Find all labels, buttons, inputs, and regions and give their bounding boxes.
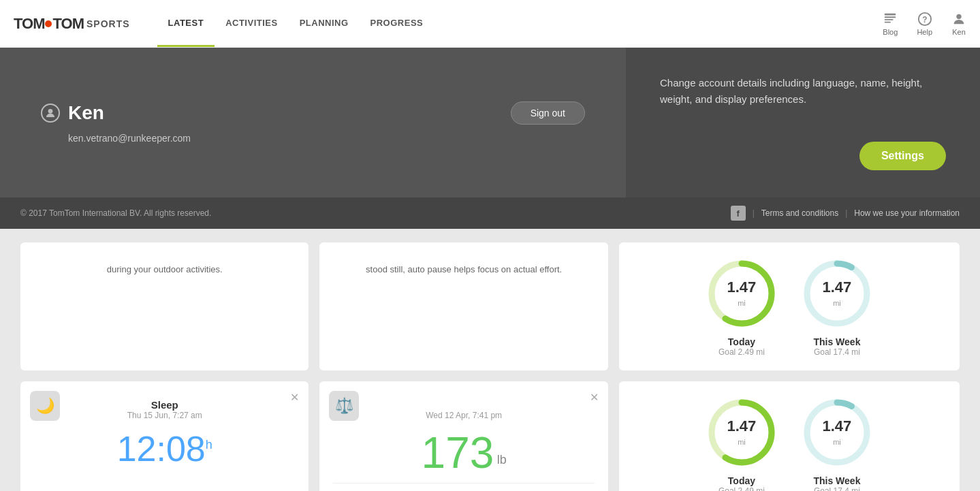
sleep-time: 12:08h <box>34 431 295 466</box>
footer-bar: © 2017 TomTom International BV. All righ… <box>0 197 980 229</box>
logo-sports: SPORTS <box>86 18 130 29</box>
blog-link[interactable]: Blog <box>883 12 898 36</box>
week-ring: 1.47 mi <box>800 256 874 331</box>
account-name-row: Ken <box>41 102 104 124</box>
blog-icon <box>883 12 898 27</box>
logo: TOM TOM SPORTS <box>14 15 130 33</box>
today-ring: 1.47 mi <box>704 256 779 331</box>
account-user-row: Ken Sign out <box>41 101 585 125</box>
sleep-subtitle: Thu 15 Jun, 7:27 am <box>34 411 295 420</box>
card2-text: stood still, auto pause helps focus on a… <box>333 256 594 290</box>
user-icon <box>951 12 966 27</box>
facebook-icon[interactable]: f <box>731 206 746 221</box>
today-unit: mi <box>738 299 746 307</box>
weight-close-button[interactable]: ✕ <box>590 391 599 404</box>
weight-display: 173 lb <box>333 431 594 475</box>
footer-sep2: | <box>845 208 847 218</box>
header: TOM TOM SPORTS LATEST ACTIVITIES PLANNIN… <box>0 0 980 48</box>
weight-card: ⚖️ Wed 12 Apr, 7:41 pm ✕ 173 lb › Enter … <box>319 381 607 491</box>
card-1: during your outdoor activities. <box>20 242 309 370</box>
logo-dot <box>45 20 52 27</box>
footer-sep1: | <box>753 208 755 218</box>
week-goal: Goal 17.4 mi <box>814 347 860 357</box>
main-nav: LATEST ACTIVITIES PLANNING PROGRESS <box>157 0 883 47</box>
user-label: Ken <box>952 28 966 36</box>
account-right: Change account details including languag… <box>626 48 980 197</box>
week-period: This Week <box>813 336 860 347</box>
distance-inner: 1.47 mi Today Goal 2.49 mi <box>633 256 946 357</box>
help-icon: ? <box>917 12 932 27</box>
today-ring-label-2: 1.47 mi <box>727 417 757 447</box>
user-menu[interactable]: Ken <box>951 12 966 36</box>
logo-tomtom: TOM <box>14 15 44 33</box>
nav-activities[interactable]: ACTIVITIES <box>215 0 289 47</box>
svg-point-6 <box>956 14 961 18</box>
enter-weight-row[interactable]: › Enter your weight <box>333 483 594 491</box>
card1-text: during your outdoor activities. <box>34 256 295 290</box>
sleep-title: Sleep <box>34 395 295 411</box>
sleep-time-value: 12:08 <box>117 429 206 469</box>
distance-card-2: 1.47 mi Today Goal 2.49 mi 1.4 <box>619 381 960 491</box>
today-period: Today <box>728 336 755 347</box>
copyright: © 2017 TomTom International BV. All righ… <box>20 208 211 218</box>
account-description: Change account details including languag… <box>660 75 946 108</box>
svg-rect-3 <box>885 21 891 22</box>
svg-rect-0 <box>885 13 896 15</box>
distance-inner-2: 1.47 mi Today Goal 2.49 mi 1.4 <box>633 395 946 491</box>
nav-latest[interactable]: LATEST <box>157 0 215 47</box>
today-period-2: Today <box>728 475 755 486</box>
account-section: Ken Sign out ken.vetrano@runkeeper.com C… <box>0 48 980 197</box>
today-ring-label: 1.47 mi <box>727 279 757 308</box>
footer-right: f | Terms and conditions | How we use yo… <box>731 206 960 221</box>
svg-point-7 <box>48 109 53 114</box>
logo-tom2: TOM <box>52 15 83 33</box>
sleep-close-button[interactable]: ✕ <box>290 391 299 404</box>
account-user-icon <box>45 108 56 118</box>
today-ring-2: 1.47 mi <box>704 395 779 470</box>
settings-button[interactable]: Settings <box>859 142 946 170</box>
today-goal: Goal 2.49 mi <box>718 347 765 357</box>
card-2: stood still, auto pause helps focus on a… <box>319 242 607 370</box>
week-value-2: 1.47 <box>823 417 852 435</box>
week-ring-2: 1.47 mi <box>800 395 874 470</box>
week-unit: mi <box>833 299 841 307</box>
blog-label: Blog <box>883 28 898 36</box>
sleep-card: 🌙 Sleep Thu 15 Jun, 7:27 am ✕ 12:08h <box>20 381 309 491</box>
week-ring-label-2: 1.47 mi <box>823 417 852 447</box>
week-period-2: This Week <box>813 475 860 486</box>
weight-unit: lb <box>497 453 507 466</box>
terms-link[interactable]: Terms and conditions <box>761 208 838 218</box>
svg-rect-1 <box>885 16 896 18</box>
help-link[interactable]: ? Help <box>917 12 932 36</box>
nav-progress[interactable]: PROGRESS <box>360 0 434 47</box>
week-unit-2: mi <box>833 438 841 446</box>
top-cards-row: during your outdoor activities. stood st… <box>20 242 960 370</box>
today-goal-2: Goal 2.49 mi <box>718 486 765 491</box>
privacy-link[interactable]: How we use your information <box>854 208 960 218</box>
svg-rect-2 <box>885 19 894 20</box>
help-label: Help <box>917 28 932 36</box>
distance-today: 1.47 mi Today Goal 2.49 mi <box>704 256 779 357</box>
account-email: ken.vetrano@runkeeper.com <box>68 133 585 144</box>
distance-card: 1.47 mi Today Goal 2.49 mi <box>619 242 960 370</box>
account-name: Ken <box>68 102 104 124</box>
bottom-cards-row: 🌙 Sleep Thu 15 Jun, 7:27 am ✕ 12:08h ⚖️ … <box>20 381 960 491</box>
weight-value: 173 <box>422 428 494 477</box>
weight-icon: ⚖️ <box>329 391 359 421</box>
week-value: 1.47 <box>823 279 852 296</box>
header-right: Blog ? Help Ken <box>883 12 966 36</box>
main-content: during your outdoor activities. stood st… <box>0 229 980 491</box>
today-value-2: 1.47 <box>727 417 757 435</box>
week-ring-label: 1.47 mi <box>823 279 852 308</box>
signout-button[interactable]: Sign out <box>511 101 585 125</box>
sleep-icon: 🌙 <box>30 391 60 421</box>
today-value: 1.47 <box>727 279 757 296</box>
svg-text:?: ? <box>922 14 927 24</box>
distance-week-2: 1.47 mi This Week Goal 17.4 mi <box>800 395 874 491</box>
today-unit-2: mi <box>738 438 746 446</box>
week-goal-2: Goal 17.4 mi <box>814 486 860 491</box>
account-left: Ken Sign out ken.vetrano@runkeeper.com <box>0 48 626 197</box>
distance-week: 1.47 mi This Week Goal 17.4 mi <box>800 256 874 357</box>
nav-planning[interactable]: PLANNING <box>289 0 360 47</box>
distance-today-2: 1.47 mi Today Goal 2.49 mi <box>704 395 779 491</box>
